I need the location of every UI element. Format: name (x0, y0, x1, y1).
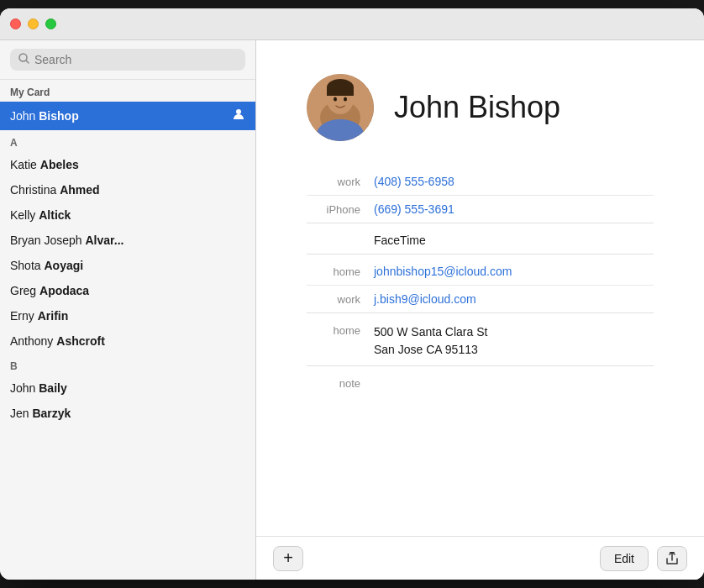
search-bar (0, 40, 255, 80)
field-label-facetime (307, 234, 374, 234)
field-iphone: iPhone (669) 555-3691 (307, 196, 654, 223)
name-first: John (10, 109, 39, 123)
email-group: home johnbishop15@icloud.com work j.bish… (307, 258, 654, 313)
field-label-address: home (307, 323, 374, 337)
content-area: My Card John Bishop A Katie Abeles (0, 40, 704, 580)
svg-line-1 (26, 60, 29, 63)
field-label-work-email: work (307, 292, 374, 306)
svg-point-2 (236, 109, 241, 114)
contact-item-altick[interactable]: Kelly Altick (0, 202, 255, 228)
contact-name: Kelly Altick (10, 208, 71, 222)
contact-name: Anthony Ashcroft (10, 334, 105, 348)
svg-point-9 (344, 97, 347, 102)
avatar (307, 74, 374, 141)
contact-detail: John Bishop work (408) 555-6958 iPhone (… (256, 40, 704, 536)
share-button[interactable] (657, 546, 687, 571)
field-label-note: note (307, 376, 374, 390)
contact-name: John Baily (10, 381, 67, 395)
traffic-lights (10, 18, 56, 29)
field-value-work-email[interactable]: j.bish9@icloud.com (374, 292, 654, 306)
field-value-home-email[interactable]: johnbishop15@icloud.com (374, 265, 654, 278)
my-card-name: John Bishop (10, 109, 79, 123)
close-button[interactable] (10, 18, 21, 29)
field-home-address: home 500 W Santa Clara StSan Jose CA 951… (307, 317, 654, 365)
my-card-label: My Card (0, 80, 255, 102)
contact-item-arifin[interactable]: Erny Arifin (0, 303, 255, 328)
contact-header: John Bishop (307, 74, 654, 141)
search-wrapper[interactable] (10, 49, 245, 71)
field-note: note (307, 370, 654, 396)
main-panel: John Bishop work (408) 555-6958 iPhone (… (256, 40, 704, 580)
contact-name: Katie Abeles (10, 158, 79, 171)
field-value-address: 500 W Santa Clara StSan Jose CA 95113 (374, 323, 654, 359)
field-work-phone: work (408) 555-6958 (307, 168, 654, 196)
contact-name: Shota Aoyagi (10, 259, 83, 272)
contact-name: Christina Ahmed (10, 183, 100, 197)
field-value-work-phone[interactable]: (408) 555-6958 (374, 175, 654, 188)
contact-fields: work (408) 555-6958 iPhone (669) 555-369… (307, 168, 654, 396)
search-input[interactable] (34, 53, 237, 66)
field-label-iphone: iPhone (307, 202, 374, 216)
field-work-email: work j.bish9@icloud.com (307, 286, 654, 312)
contact-name-heading: John Bishop (394, 90, 560, 125)
main-window: My Card John Bishop A Katie Abeles (0, 8, 704, 580)
contact-item-ashcroft[interactable]: Anthony Ashcroft (0, 328, 255, 354)
facetime-group: FaceTime (307, 227, 654, 255)
maximize-button[interactable] (45, 18, 56, 29)
svg-point-8 (334, 97, 337, 102)
contact-item-abeles[interactable]: Katie Abeles (0, 152, 255, 177)
sidebar: My Card John Bishop A Katie Abeles (0, 40, 256, 580)
contact-item-ahmed[interactable]: Christina Ahmed (0, 177, 255, 202)
name-last: Bishop (39, 109, 78, 123)
field-value-iphone[interactable]: (669) 555-3691 (374, 202, 654, 216)
titlebar (0, 8, 704, 40)
contact-name: Jen Barzyk (10, 407, 71, 420)
field-label-work: work (307, 175, 374, 188)
minimize-button[interactable] (28, 18, 39, 29)
contact-item-aoyagi[interactable]: Shota Aoyagi (0, 253, 255, 278)
contact-name: Bryan Joseph Alvar... (10, 234, 123, 247)
toolbar-center: Edit (600, 546, 687, 571)
address-group: home 500 W Santa Clara StSan Jose CA 951… (307, 317, 654, 366)
contact-name: Erny Arifin (10, 309, 68, 323)
note-group: note (307, 370, 654, 396)
phone-group: work (408) 555-6958 iPhone (669) 555-369… (307, 168, 654, 223)
share-icon (665, 552, 679, 565)
add-contact-button[interactable]: + (273, 546, 303, 571)
contacts-list: My Card John Bishop A Katie Abeles (0, 80, 255, 580)
field-facetime: FaceTime (307, 227, 654, 254)
section-header-a: A (0, 130, 255, 152)
my-card-contact[interactable]: John Bishop (0, 102, 255, 130)
contact-item-apodaca[interactable]: Greg Apodaca (0, 278, 255, 303)
contact-name: Greg Apodaca (10, 284, 89, 297)
bottom-toolbar: + Edit (256, 536, 704, 580)
field-home-email: home johnbishop15@icloud.com (307, 258, 654, 286)
contact-item-baily[interactable]: John Baily (0, 375, 255, 401)
field-label-home-email: home (307, 265, 374, 278)
svg-rect-7 (327, 87, 354, 96)
search-icon (18, 53, 29, 66)
contact-item-barzyk[interactable]: Jen Barzyk (0, 401, 255, 426)
person-icon (232, 108, 245, 124)
contact-item-alvar[interactable]: Bryan Joseph Alvar... (0, 228, 255, 253)
edit-button[interactable]: Edit (600, 546, 649, 571)
field-value-facetime[interactable]: FaceTime (374, 234, 654, 247)
section-header-b: B (0, 354, 255, 375)
